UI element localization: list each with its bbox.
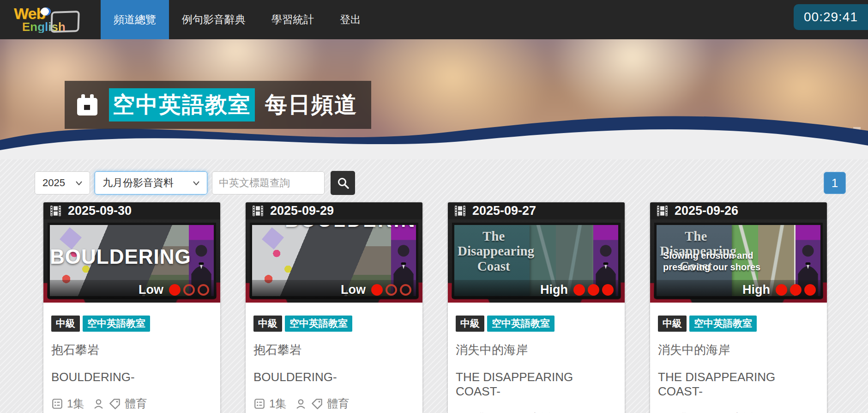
thumbnail-title-text: BOULDERING [50,245,189,268]
channel-badge: 空中英語教室 [83,316,150,332]
difficulty-dot [790,284,802,296]
episode-count: 1集 [674,411,691,413]
episodes-icon [253,398,265,410]
card-date: 2025-09-29 [270,204,334,218]
difficulty-dot [169,284,181,296]
channel-name-highlight: 空中英語教室 [109,88,255,121]
difficulty-dot [183,284,195,296]
episodes-icon [51,398,63,410]
card-date-bar: 2025-09-29 [246,202,422,219]
video-card[interactable]: 2025-09-29 BOULDERING Low 中級 空中英 [246,202,422,413]
logo-text-english: English [22,21,92,33]
difficulty-label: High [742,283,770,297]
card-title-chinese[interactable]: 抱石攀岩 [253,342,415,358]
badge-row: 中級 空中英語教室 [658,316,819,332]
level-badge: 中級 [658,316,687,332]
card-title-english[interactable]: THE DISAPPEARING COAST- [658,370,819,399]
video-card[interactable]: 2025-09-27 The Disappearing Coast High 中… [448,202,625,413]
difficulty-bar: Low [249,280,419,299]
episode-count: 1集 [471,411,488,413]
card-title-chinese[interactable]: 消失中的海岸 [658,342,819,358]
month-select[interactable]: 九月份影音資料 [95,171,207,194]
difficulty-dots [371,284,411,296]
difficulty-label: Low [139,283,163,297]
film-icon [252,205,264,217]
card-title-english[interactable]: BOULDERING- [253,370,415,384]
film-icon [454,205,466,217]
tag-icon [108,398,121,410]
badge-row: 中級 空中英語教室 [51,316,212,332]
thumbnail-subtitle-text: Slowing erosion and preserving our shore… [663,250,760,273]
card-body: 中級 空中英語教室 消失中的海岸 THE DISAPPEARING COAST-… [448,303,625,413]
film-icon [49,205,62,217]
card-date: 2025-09-26 [675,204,738,218]
difficulty-dot [371,284,383,296]
card-title-english[interactable]: BOULDERING- [51,370,212,384]
difficulty-dot [198,284,209,296]
hero-banner: 空中英語教室 每日頻道 [0,39,868,159]
person-icon [295,398,307,410]
nav-item-logout[interactable]: 登出 [327,0,374,39]
card-date-bar: 2025-09-27 [448,202,625,219]
nav-item-learning-stats[interactable]: 學習統計 [259,0,327,39]
difficulty-bar: Low [47,280,217,299]
difficulty-dot [386,284,397,296]
video-thumbnail[interactable]: BOULDERING Low [43,219,220,303]
thumbnail-title-text: The Disappearing Coast [458,229,530,273]
video-thumbnail[interactable]: BOULDERING Low [246,219,422,303]
card-title-english[interactable]: THE DISAPPEARING COAST- [456,370,617,399]
year-select[interactable]: 2025 [35,171,90,194]
search-icon [337,177,349,189]
video-thumbnail[interactable]: The Disappearing Coast High [448,219,625,303]
difficulty-dot [776,284,787,296]
card-meta-row: 1集 體育 [51,396,212,411]
card-body: 中級 空中英語教室 抱石攀岩 BOULDERING- 1集 體育 [43,303,220,413]
difficulty-bar: High [452,280,621,299]
video-card-grid: 2025-09-30 BOULDERING Low 中級 空中英 [43,202,868,413]
episode-count: 1集 [67,396,84,411]
card-meta-row: 1集 體育 [253,396,415,411]
nav-item-channel-overview[interactable]: 頻道總覽 [101,0,169,39]
session-timer: 00:29:41 [794,4,868,30]
video-card[interactable]: 2025-09-26 The Disappearing Coast Slowin… [650,202,827,413]
search-input[interactable] [212,171,325,194]
nav-item-sentence-dictionary[interactable]: 例句影音辭典 [169,0,259,39]
pagination-page-1[interactable]: 1 [824,172,846,194]
person-icon [92,398,105,410]
top-navigation-bar: Web English 頻道總覽 例句影音辭典 學習統計 登出 00:29:41 [0,0,868,39]
video-card[interactable]: 2025-09-30 BOULDERING Low 中級 空中英 [43,202,220,413]
difficulty-dot [588,284,599,296]
category-label: 生活 [731,411,753,413]
difficulty-dots [776,284,816,296]
webenglish-logo[interactable]: Web English [0,0,92,39]
card-date: 2025-09-27 [472,204,536,218]
channel-badge: 空中英語教室 [285,316,352,332]
card-meta-row: 1集 生活 [658,411,819,413]
video-thumbnail[interactable]: The Disappearing Coast Slowing erosion a… [650,219,827,303]
episode-count: 1集 [269,396,286,411]
filter-toolbar: 2025 九月份影音資料 1 [0,159,868,195]
logo-text-web: Web [14,6,92,21]
chevron-down-icon [193,181,199,185]
card-meta-row: 1集 生活 [456,411,617,413]
difficulty-dots [169,284,209,296]
difficulty-dot [400,284,411,296]
card-date-bar: 2025-09-26 [650,202,827,219]
thumbnail-title-text: BOULDERING [285,223,418,231]
difficulty-dot [602,284,614,296]
card-title-chinese[interactable]: 消失中的海岸 [456,342,617,358]
card-title-chinese[interactable]: 抱石攀岩 [51,342,212,358]
badge-row: 中級 空中英語教室 [456,316,617,332]
channel-badge: 空中英語教室 [689,316,757,332]
difficulty-dot [573,284,585,296]
calendar-icon [76,93,99,116]
search-button[interactable] [331,171,355,195]
category-label: 體育 [125,396,147,411]
film-icon [656,205,669,217]
difficulty-dot [804,284,816,296]
card-date: 2025-09-30 [68,204,132,218]
channel-title-banner: 空中英語教室 每日頻道 [65,81,371,129]
level-badge: 中級 [51,316,80,332]
card-body: 中級 空中英語教室 抱石攀岩 BOULDERING- 1集 體育 [246,303,422,413]
difficulty-dots [573,284,614,296]
